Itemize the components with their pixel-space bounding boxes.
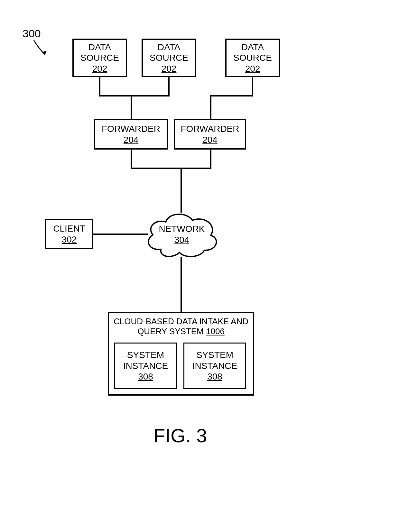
forwarder-2-box: FORWARDER 204 — [174, 119, 246, 150]
data-source-1-box: DATA SOURCE 202 — [72, 39, 127, 77]
connector — [252, 77, 253, 96]
system-instance-2-ref: 308 — [207, 371, 222, 382]
cloud-system-ref: 1006 — [206, 326, 225, 336]
connector — [93, 234, 148, 235]
client-box: CLIENT 302 — [45, 219, 93, 249]
system-instance-1-label: SYSTEM INSTANCE — [123, 350, 168, 371]
forwarder-1-box: FORWARDER 204 — [94, 119, 168, 150]
connector — [168, 77, 170, 96]
system-instance-2-box: SYSTEM INSTANCE 308 — [183, 343, 246, 389]
connector — [131, 95, 132, 119]
data-source-2-label: DATA SOURCE — [150, 42, 188, 63]
connector — [131, 168, 211, 169]
forwarder-2-label: FORWARDER — [181, 124, 239, 134]
client-ref: 302 — [62, 234, 77, 245]
data-source-3-ref: 202 — [245, 63, 260, 74]
network-label-block: NETWORK 304 — [150, 224, 214, 245]
connector — [99, 95, 131, 96]
connector — [99, 77, 100, 96]
system-instance-1-ref: 308 — [138, 371, 153, 382]
forwarder-1-ref: 204 — [124, 134, 139, 145]
connector — [210, 95, 211, 119]
data-source-3-label: DATA SOURCE — [233, 42, 272, 63]
forwarder-1-label: FORWARDER — [102, 124, 160, 134]
data-source-1-label: DATA SOURCE — [80, 42, 119, 63]
figure-caption: FIG. 3 — [132, 425, 228, 447]
cloud-system-label: CLOUD-BASED DATA INTAKE AND QUERY SYSTEM… — [110, 316, 252, 336]
data-source-3-box: DATA SOURCE 202 — [225, 39, 280, 77]
connector — [210, 150, 211, 169]
forwarder-2-ref: 204 — [202, 134, 218, 145]
network-label: NETWORK — [159, 224, 205, 234]
network-ref: 304 — [174, 235, 190, 245]
figure-number-arrow — [31, 39, 53, 61]
figure-number-label: 300 — [23, 27, 41, 40]
cloud-system-text: CLOUD-BASED DATA INTAKE AND QUERY SYSTEM — [114, 316, 248, 336]
data-source-2-box: DATA SOURCE 202 — [142, 39, 196, 77]
client-label: CLIENT — [53, 223, 85, 234]
system-instance-1-box: SYSTEM INSTANCE 308 — [114, 343, 177, 389]
connector — [131, 150, 132, 169]
system-instance-2-label: SYSTEM INSTANCE — [192, 350, 237, 371]
data-source-1-ref: 202 — [92, 63, 107, 74]
data-source-2-ref: 202 — [162, 63, 177, 74]
connector — [131, 95, 170, 96]
connector — [181, 257, 182, 312]
connector — [210, 95, 253, 96]
